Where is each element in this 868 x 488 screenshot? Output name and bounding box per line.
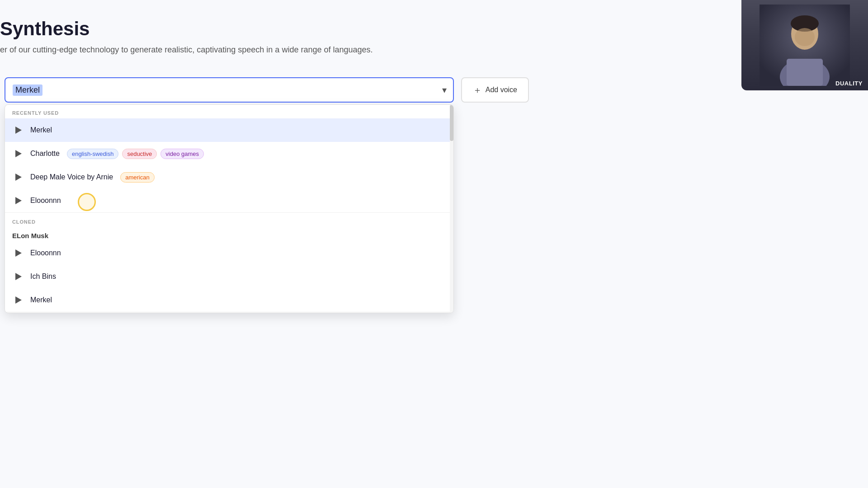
main-content: Synthesis er of our cutting-edge technol… xyxy=(0,0,533,488)
voice-item-merkel-cloned[interactable]: Merkel xyxy=(5,288,453,312)
play-triangle-icon xyxy=(15,273,22,280)
section-label-recently-used: RECENTLY USED xyxy=(5,105,453,118)
tag-english-swedish: english-swedish xyxy=(67,149,119,159)
play-triangle-icon xyxy=(15,150,22,157)
play-button-merkel-cloned[interactable] xyxy=(12,294,25,306)
add-voice-label: Add voice xyxy=(486,86,517,94)
voice-name-merkel-cloned: Merkel xyxy=(30,296,52,304)
section-label-cloned: CLONED xyxy=(5,213,453,227)
voice-name-elooonnn-recent: Elooonnn xyxy=(30,197,61,205)
svg-point-5 xyxy=(795,28,815,46)
play-triangle-icon xyxy=(15,174,22,181)
webcam-watermark: DUALITY xyxy=(835,80,863,87)
play-button-charlotte[interactable] xyxy=(12,147,25,160)
play-button-elooonnn-cloned[interactable] xyxy=(12,247,25,259)
voice-item-deep-male-voice[interactable]: Deep Male Voice by Arnie american xyxy=(5,165,453,189)
voice-item-ich-bins[interactable]: Ich Bins xyxy=(5,265,453,288)
cloned-group-title-elon: ELon Musk xyxy=(5,227,453,241)
voice-name-charlotte: Charlotte xyxy=(30,150,60,158)
voice-name-deep-male: Deep Male Voice by Arnie xyxy=(30,173,113,181)
voice-item-charlotte[interactable]: Charlotte english-swedish seductive vide… xyxy=(5,142,453,165)
webcam-video xyxy=(741,0,868,90)
voice-name-ich-bins: Ich Bins xyxy=(30,272,56,281)
voice-name-merkel: Merkel xyxy=(30,126,52,134)
voice-item-elooonnn-recent[interactable]: Elooonnn xyxy=(5,189,453,212)
plus-icon: ＋ xyxy=(473,84,482,96)
voice-select-input[interactable]: Merkel xyxy=(5,77,454,103)
play-button-deep-male[interactable] xyxy=(12,171,25,183)
add-voice-button[interactable]: ＋ Add voice xyxy=(461,77,529,103)
scrollbar-track[interactable] xyxy=(450,105,453,313)
charlotte-tags: english-swedish seductive video games xyxy=(67,149,204,159)
tag-seductive: seductive xyxy=(122,149,157,159)
scrollbar-thumb[interactable] xyxy=(450,105,453,141)
deep-male-tags: american xyxy=(120,172,154,183)
play-triangle-icon xyxy=(15,249,22,257)
page-subtitle: er of our cutting-edge technology to gen… xyxy=(0,45,533,55)
section-label-generated: GENERATED xyxy=(5,312,453,313)
tag-video-games: video games xyxy=(160,149,204,159)
webcam-overlay: DUALITY xyxy=(741,0,868,90)
voice-item-merkel[interactable]: Merkel xyxy=(5,118,453,142)
tag-american: american xyxy=(120,172,154,183)
voice-selector-row: Merkel ▾ RECENTLY USED Merkel xyxy=(0,77,533,103)
page-title: Synthesis xyxy=(0,18,533,40)
voice-dropdown[interactable]: RECENTLY USED Merkel Charlotte xyxy=(5,104,454,313)
play-triangle-icon xyxy=(15,296,22,304)
webcam-person-silhouette xyxy=(760,5,850,86)
play-triangle-icon xyxy=(15,197,22,204)
play-button-ich-bins[interactable] xyxy=(12,270,25,283)
play-button-elooonnn-recent[interactable] xyxy=(12,194,25,207)
play-triangle-icon xyxy=(15,127,22,134)
play-button-merkel[interactable] xyxy=(12,124,25,136)
dropdown-scroll-container[interactable]: RECENTLY USED Merkel Charlotte xyxy=(5,105,453,313)
voice-input-wrapper: Merkel ▾ RECENTLY USED Merkel xyxy=(5,77,454,103)
voice-item-elooonnn-cloned[interactable]: Elooonnn xyxy=(5,241,453,265)
svg-rect-3 xyxy=(787,59,823,86)
voice-name-elooonnn-cloned: Elooonnn xyxy=(30,249,61,257)
voice-selected-text: Merkel xyxy=(13,84,42,96)
